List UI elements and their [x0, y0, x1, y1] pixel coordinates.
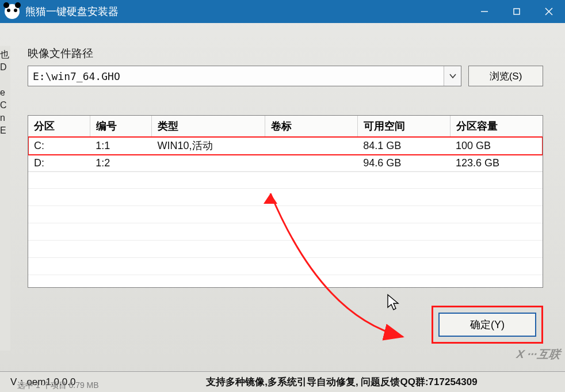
cell-label	[265, 137, 357, 155]
left-edge-artifact: 也D eCnE	[0, 46, 10, 351]
confirm-button[interactable]: 确定(Y)	[438, 313, 536, 337]
image-path-input[interactable]	[28, 66, 444, 86]
image-path-label: 映像文件路径	[28, 46, 543, 61]
cell-free: 84.1 GB	[357, 137, 450, 155]
browse-button-label: 浏览(S)	[490, 70, 522, 83]
th-number[interactable]: 编号	[90, 116, 151, 137]
th-type[interactable]: 类型	[152, 116, 265, 137]
app-window: 熊猫一键硬盘安装器 也D eCnE 映像文件路径	[0, 0, 565, 392]
maximize-button[interactable]	[501, 0, 533, 23]
chevron-down-icon	[449, 72, 457, 80]
table-row[interactable]: D:1:294.6 GB123.6 GB	[28, 155, 543, 172]
partition-table-wrap: 分区 编号 类型 卷标 可用空间 分区容量 C:1:1WIN10,活动84.1 …	[28, 115, 543, 288]
close-button[interactable]	[533, 0, 565, 23]
cell-free: 94.6 GB	[357, 155, 450, 172]
body-area: 也D eCnE 映像文件路径 浏览(S)	[0, 23, 565, 371]
cell-size: 100 GB	[450, 137, 543, 155]
confirm-area: 确定(Y)	[438, 313, 536, 337]
th-label[interactable]: 卷标	[265, 116, 357, 137]
cursor-icon	[387, 294, 402, 312]
image-path-combobox[interactable]	[28, 66, 461, 86]
th-partition[interactable]: 分区	[28, 116, 90, 137]
cell-type	[152, 155, 265, 172]
image-path-dropdown-button[interactable]	[444, 66, 461, 86]
svg-rect-1	[514, 9, 520, 14]
watermark: X ···互联	[516, 347, 562, 362]
cell-size: 123.6 GB	[450, 155, 543, 172]
titlebar: 熊猫一键硬盘安装器	[0, 0, 565, 23]
th-free[interactable]: 可用空间	[357, 116, 450, 137]
table-header-row: 分区 编号 类型 卷标 可用空间 分区容量	[28, 116, 543, 137]
window-title: 熊猫一键硬盘安装器	[25, 5, 119, 18]
cell-partition: C:	[28, 137, 90, 155]
partition-table[interactable]: 分区 编号 类型 卷标 可用空间 分区容量 C:1:1WIN10,活动84.1 …	[28, 116, 543, 172]
cell-type: WIN10,活动	[152, 137, 265, 155]
table-grid-fill	[28, 171, 543, 287]
cell-number: 1:1	[90, 137, 151, 155]
status-message: 支持多种镜像,多系统引导自动修复, 问题反馈QQ群:717254309	[125, 375, 558, 389]
bottom-ghost-text: 选中 1 个项目 6.79 MB	[17, 380, 99, 391]
cell-label	[265, 155, 357, 172]
browse-button[interactable]: 浏览(S)	[468, 66, 543, 86]
confirm-button-label: 确定(Y)	[470, 318, 505, 332]
panda-icon	[5, 4, 20, 19]
th-size[interactable]: 分区容量	[450, 116, 543, 137]
cell-number: 1:2	[90, 155, 151, 172]
image-path-row: 浏览(S)	[28, 66, 543, 86]
cell-partition: D:	[28, 155, 90, 172]
table-row[interactable]: C:1:1WIN10,活动84.1 GB100 GB	[28, 137, 543, 155]
minimize-button[interactable]	[468, 0, 501, 23]
